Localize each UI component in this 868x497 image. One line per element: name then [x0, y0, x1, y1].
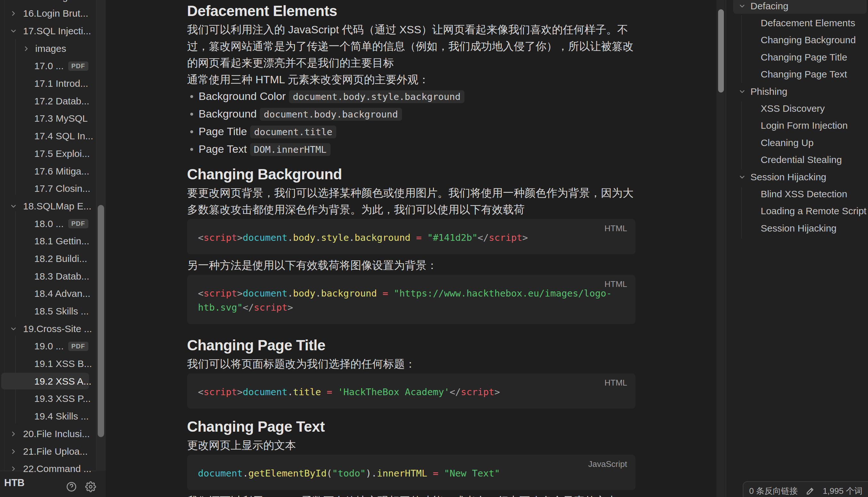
sidebar-item-17-4[interactable]: 17.4 SQL In... [0, 127, 96, 145]
outline-panel: Defacing Defacement Elements Changing Ba… [726, 0, 868, 497]
pdf-badge: PDF [68, 342, 88, 351]
chevron-right-icon [10, 10, 17, 17]
sidebar-item-18-4[interactable]: 18.4 Advan... [0, 285, 96, 303]
sidebar-item-17-1[interactable]: 17.1 Introd... [0, 75, 96, 93]
heading-changing-background: Changing Background [187, 166, 636, 183]
heading-changing-page-text: Changing Page Text [187, 418, 636, 435]
note-editor: Defacement Elements 我们可以利用注入的 JavaScript… [106, 0, 716, 497]
help-button[interactable] [61, 477, 82, 497]
vault-name[interactable]: HTB [4, 477, 25, 489]
code-language-label: JavaScript [588, 459, 627, 469]
file-tree-scrollbar-track[interactable] [96, 0, 106, 471]
outline-item-changing-background[interactable]: Changing Background [726, 32, 868, 49]
sidebar-item-18-0-pdf[interactable]: 18.0 ... PDF [0, 215, 96, 232]
list-item: Page TextDOM.innerHTML [187, 141, 636, 158]
paragraph: 我们可以将页面标题改为我们选择的任何标题： [187, 355, 636, 372]
outline-item-session-hijacking[interactable]: Session Hijacking [726, 220, 868, 237]
chevron-down-icon [738, 88, 746, 96]
outline-item-defacement-elements[interactable]: Defacement Elements [726, 14, 868, 31]
outline-section-session-hijacking[interactable]: Session Hijacking [726, 168, 868, 185]
chevron-down-icon [738, 2, 746, 10]
backlinks-count[interactable]: 0 条反向链接 [749, 485, 798, 497]
sidebar-item-19-1[interactable]: 19.1 XSS B... [0, 355, 96, 373]
outline-item-changing-page-title[interactable]: Changing Page Title [726, 49, 868, 66]
sidebar-item-16-login-brute[interactable]: 16.Login Brut... [0, 5, 96, 23]
sidebar-item-17-sql-injection[interactable]: 17.SQL Injecti... [0, 23, 96, 40]
chevron-down-icon [738, 173, 746, 181]
outline-item-changing-page-text[interactable]: Changing Page Text [726, 66, 868, 83]
paragraph: 另一种方法是使用以下有效载荷将图像设置为背景： [187, 257, 636, 273]
paragraph: 我们可以利用注入的 JavaScript 代码（通过 XSS）让网页看起来像我们… [187, 21, 636, 71]
paragraph: 通常使用三种 HTML 元素来改变网页的主要外观： [187, 71, 636, 88]
sidebar-item-19-4[interactable]: 19.4 Skills ... [0, 408, 96, 425]
clipped-paragraph: 我们还可以利用 jQuery 函数更有效地实现相同的功能，或者在一行中更改多个元… [187, 493, 636, 497]
outline-section-phishing[interactable]: Phishing [726, 83, 868, 100]
list-item: Backgrounddocument.body.background [187, 105, 636, 123]
outline-item-loading-remote-script[interactable]: Loading a Remote Script [726, 203, 868, 220]
clipped-top-item: g [62, 0, 82, 3]
sidebar-item-17-3[interactable]: 17.3 MySQL [0, 110, 96, 127]
file-explorer-panel: g 16.Login Brut... 17.SQL Injecti... ima… [0, 0, 96, 497]
settings-gear-icon[interactable] [81, 477, 101, 497]
inline-code: document.body.background [260, 108, 402, 121]
chevron-down-icon [10, 325, 17, 333]
status-bar: 0 条反向链接 1,995 个词 5 [743, 481, 868, 497]
sidebar-item-images-folder[interactable]: images [0, 40, 96, 57]
outline-item-xss-discovery[interactable]: XSS Discovery [726, 100, 868, 117]
code-language-label: HTML [604, 224, 627, 233]
outline-item-login-form-injection[interactable]: Login Form Injection [726, 117, 868, 134]
paragraph: 更改网页上显示的文本 [187, 437, 636, 453]
code-language-label: HTML [604, 378, 627, 388]
outline-tree: Defacing Defacement Elements Changing Ba… [726, 0, 868, 237]
list-item: Page Titledocument.title [187, 123, 636, 141]
inline-code: DOM.innerHTML [250, 143, 330, 156]
pdf-badge: PDF [68, 219, 88, 228]
sidebar-item-19-3[interactable]: 19.3 XSS P... [0, 390, 96, 408]
paragraph: 要更改网页背景，我们可以选择某种颜色或使用图片。我们将使用一种颜色作为背景，因为… [187, 184, 636, 218]
code-block-page-title: HTML <script>document.title = 'HackTheBo… [187, 373, 636, 409]
sidebar-item-18-sqlmap[interactable]: 18.SQLMap E... [0, 198, 96, 215]
code-block-background-color: HTML <script>document.body.style.backgro… [187, 219, 636, 254]
file-tree: 16.Login Brut... 17.SQL Injecti... image… [0, 5, 96, 478]
sidebar-item-17-0-pdf[interactable]: 17.0 ... PDF [0, 57, 96, 75]
chevron-right-icon [10, 430, 17, 438]
sidebar-item-17-5[interactable]: 17.5 Exploi... [0, 145, 96, 163]
heading-defacement-elements: Defacement Elements [187, 3, 636, 19]
sidebar-item-18-5[interactable]: 18.5 Skills ... [0, 303, 96, 320]
outline-item-credential-stealing[interactable]: Credential Stealing [726, 152, 868, 168]
sidebar-item-19-0-pdf[interactable]: 19.0 ... PDF [0, 338, 96, 355]
sidebar-item-17-2[interactable]: 17.2 Datab... [0, 92, 96, 110]
chevron-down-icon [10, 27, 17, 35]
pdf-badge: PDF [68, 61, 88, 71]
outline-item-cleaning-up[interactable]: Cleaning Up [726, 134, 868, 151]
defacement-elements-list: Background Colordocument.body.style.back… [187, 88, 636, 158]
outline-item-blind-xss-detection[interactable]: Blind XSS Detection [726, 185, 868, 202]
sidebar-item-17-7[interactable]: 17.7 Closin... [0, 180, 96, 198]
file-tree-scrollbar-thumb[interactable] [98, 205, 104, 437]
vault-footer: HTB [0, 471, 106, 497]
chevron-right-icon [23, 45, 30, 53]
inline-code: document.title [250, 126, 336, 138]
sidebar-item-18-2[interactable]: 18.2 Buildi... [0, 250, 96, 268]
sidebar-item-17-6[interactable]: 17.6 Mitiga... [0, 162, 96, 180]
editor-scrollbar-thumb[interactable] [718, 9, 724, 93]
inline-code: document.body.style.background [289, 90, 465, 103]
chevron-down-icon [10, 202, 17, 210]
heading-changing-page-title: Changing Page Title [187, 337, 636, 354]
word-count: 1,995 个词 [823, 485, 863, 497]
sidebar-item-19-2-selected[interactable]: 19.2 XSS A... [0, 372, 96, 390]
sidebar-item-20-file-inclusion[interactable]: 20.File Inclusi... [0, 425, 96, 443]
note-content: Defacement Elements 我们可以利用注入的 JavaScript… [187, 0, 636, 497]
sidebar-item-18-1[interactable]: 18.1 Gettin... [0, 232, 96, 250]
chevron-right-icon [10, 448, 17, 455]
code-block-background-image: HTML <script>document.body.background = … [187, 275, 636, 324]
code-block-page-text: JavaScript document.getElementById("todo… [187, 455, 636, 490]
code-language-label: HTML [604, 279, 627, 289]
outline-section-defacing[interactable]: Defacing [726, 0, 868, 14]
edit-pencil-icon [806, 486, 815, 496]
sidebar-item-21-file-upload[interactable]: 21.File Uploa... [0, 443, 96, 460]
list-item: Background Colordocument.body.style.back… [187, 88, 636, 105]
sidebar-item-19-xss[interactable]: 19.Cross-Site ... [0, 320, 96, 338]
sidebar-item-18-3[interactable]: 18.3 Datab... [0, 267, 96, 285]
